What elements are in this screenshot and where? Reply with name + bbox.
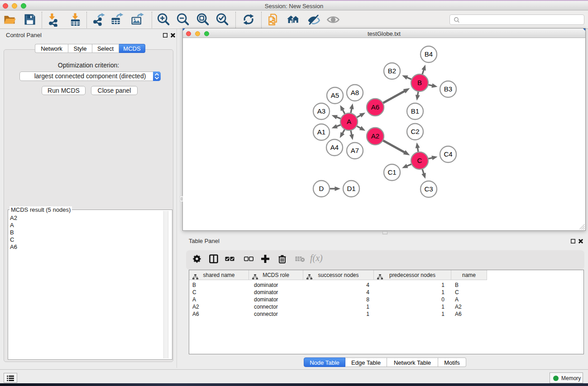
svg-text:C1: C1 — [387, 168, 396, 176]
svg-text:A6: A6 — [371, 103, 379, 111]
svg-text:B4: B4 — [425, 50, 433, 58]
svg-text:C2: C2 — [411, 128, 419, 135]
svg-text:A3: A3 — [317, 107, 325, 115]
svg-text:A7: A7 — [351, 147, 359, 154]
svg-text:B1: B1 — [411, 107, 419, 115]
svg-text:A4: A4 — [330, 143, 339, 151]
svg-text:B2: B2 — [388, 67, 396, 75]
svg-text:C: C — [417, 157, 422, 164]
svg-text:D1: D1 — [347, 185, 355, 192]
svg-text:B: B — [417, 79, 422, 86]
svg-text:D: D — [319, 185, 324, 192]
svg-text:A1: A1 — [317, 128, 325, 136]
svg-text:A5: A5 — [331, 91, 339, 99]
svg-text:A2: A2 — [371, 132, 379, 140]
svg-text:C4: C4 — [444, 150, 452, 158]
svg-text:C3: C3 — [424, 185, 433, 193]
svg-text:A: A — [347, 118, 351, 125]
svg-text:A8: A8 — [351, 89, 359, 96]
svg-text:B3: B3 — [444, 85, 452, 93]
